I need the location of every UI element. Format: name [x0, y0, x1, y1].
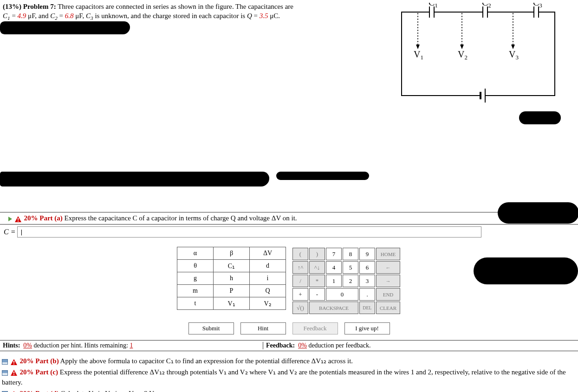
redaction-bar	[0, 21, 130, 34]
key-C1[interactable]: C₁	[214, 260, 250, 272]
c1-sub: 1	[7, 15, 10, 21]
key-1[interactable]: 1	[326, 275, 342, 287]
key-0[interactable]: 0	[326, 288, 358, 301]
key-end[interactable]: END	[376, 288, 400, 301]
part-a-label: Part (a)	[39, 214, 63, 222]
keypad-numeric-table: ( ) 7 8 9 HOME ↑^ ^↓ 4 5 6 ← / * 1 2 3	[292, 247, 401, 315]
hints-rest: deduction per hint. Hints remaining:	[34, 342, 130, 349]
giveup-button[interactable]: I give up!	[344, 322, 390, 334]
part-a-percent: 20%	[24, 214, 40, 222]
part-d-label: Part (d)	[35, 390, 58, 392]
key-right[interactable]: →	[376, 275, 400, 287]
key-left[interactable]: ←	[376, 261, 400, 274]
q-val: 3.5	[260, 12, 268, 19]
c1-val: 4.9	[18, 12, 26, 19]
problem-title: Problem 7:	[23, 3, 56, 10]
key-2[interactable]: 2	[343, 275, 358, 287]
svg-rect-14	[13, 363, 14, 364]
part-c-label: Part (c)	[35, 368, 58, 376]
part-d-row[interactable]: 20% Part (d) Calculate V₂ in V given V₁ …	[2, 388, 576, 392]
c2-sub: 2	[55, 15, 58, 21]
key-div[interactable]: /	[292, 275, 308, 287]
c2-val: 6.8	[65, 12, 74, 19]
feedback-button[interactable]: Feedback	[292, 322, 338, 334]
part-c-pct: 20%	[20, 368, 36, 376]
redaction-bar	[0, 172, 269, 186]
key-7[interactable]: 7	[326, 248, 342, 260]
svg-rect-12	[18, 220, 19, 221]
feedback-label: Feedback:	[266, 342, 295, 349]
hints-label: Hints:	[3, 342, 20, 349]
submit-button[interactable]: Submit	[188, 322, 234, 334]
key-lparen[interactable]: (	[292, 248, 308, 260]
part-d-pct: 20%	[20, 390, 36, 392]
key-deltaV[interactable]: ΔV	[250, 247, 286, 260]
key-P[interactable]: P	[214, 285, 250, 297]
hint-button[interactable]: Hint	[240, 322, 286, 334]
part-b-row[interactable]: 20% Part (b) Apply the above formula to …	[2, 356, 576, 367]
svg-rect-13	[13, 361, 14, 363]
key-Q[interactable]: Q	[250, 285, 286, 297]
key-g[interactable]: g	[177, 272, 214, 285]
key-9[interactable]: 9	[359, 248, 375, 260]
part-c-text: Express the potential difference ΔV₁₂ th…	[2, 368, 566, 386]
c3-sub: 3	[91, 15, 93, 21]
key-mul[interactable]: *	[309, 275, 325, 287]
key-theta[interactable]: θ	[177, 260, 214, 272]
eq2: =	[59, 12, 65, 19]
svg-rect-11	[18, 218, 19, 220]
problem-percent: (13%)	[3, 3, 21, 10]
key-V2[interactable]: V₂	[250, 297, 286, 310]
hints-feedback-bar: Hints: 0% deduction per hint. Hints rema…	[0, 340, 578, 351]
key-i[interactable]: i	[250, 272, 286, 285]
problem-text-1: Three capacitors are connected in series…	[58, 3, 293, 10]
key-dot[interactable]: .	[359, 288, 375, 301]
svg-rect-15	[13, 372, 14, 373]
answer-input[interactable]	[17, 226, 481, 238]
key-4[interactable]: 4	[326, 261, 342, 274]
key-m[interactable]: m	[177, 285, 214, 297]
circuit-diagram: C1 C2 C3 V1 V2 V3	[392, 3, 564, 125]
part-b-text: Apply the above formula to capacitor C₁ …	[60, 357, 353, 365]
action-row: Submit Hint Feedback I give up!	[0, 321, 578, 340]
part-b-pct: 20%	[20, 357, 36, 365]
key-super[interactable]: ↑^	[292, 261, 308, 274]
expand-icon[interactable]	[8, 217, 12, 221]
key-sqrt[interactable]: √()	[292, 302, 308, 314]
key-rparen[interactable]: )	[309, 248, 325, 260]
key-del[interactable]: DEL	[359, 302, 375, 314]
redaction-bar	[474, 257, 578, 284]
label-v2: V2	[458, 49, 468, 61]
warning-icon	[15, 216, 21, 222]
key-t[interactable]: t	[177, 297, 214, 310]
c1-sym: C	[3, 12, 7, 19]
collapse-icon[interactable]	[2, 370, 8, 376]
key-sub[interactable]: ^↓	[309, 261, 325, 274]
eq3: =	[254, 12, 260, 19]
key-alpha[interactable]: α	[177, 247, 214, 260]
key-clear[interactable]: CLEAR	[376, 302, 400, 314]
hints-pct: 0%	[23, 342, 32, 349]
keypad-symbol-table: α β ΔV θ C₁ d g h i m P Q t V₁ V	[177, 247, 286, 310]
key-minus[interactable]: -	[309, 288, 325, 301]
key-d[interactable]: d	[250, 260, 286, 272]
key-5[interactable]: 5	[343, 261, 358, 274]
key-6[interactable]: 6	[359, 261, 375, 274]
key-h[interactable]: h	[214, 272, 250, 285]
part-a-text: Express the capacitance C of a capacitor…	[65, 214, 297, 222]
problem-text-2: is unknown, and the charge stored in eac…	[95, 12, 247, 19]
collapse-icon[interactable]	[2, 359, 8, 365]
part-c-row[interactable]: 20% Part (c) Express the potential diffe…	[2, 367, 576, 388]
key-8[interactable]: 8	[343, 248, 358, 260]
key-plus[interactable]: +	[292, 288, 308, 301]
other-parts: 20% Part (b) Apply the above formula to …	[0, 351, 578, 392]
warning-icon	[11, 359, 17, 365]
key-beta[interactable]: β	[214, 247, 250, 260]
key-home[interactable]: HOME	[376, 248, 400, 260]
uf1: μF, and	[26, 12, 50, 19]
uf2: μF,	[74, 12, 86, 19]
key-3[interactable]: 3	[359, 275, 375, 287]
key-V1[interactable]: V₁	[214, 297, 250, 310]
c3-sym: C	[86, 12, 91, 19]
key-backspace[interactable]: BACKSPACE	[309, 302, 358, 314]
